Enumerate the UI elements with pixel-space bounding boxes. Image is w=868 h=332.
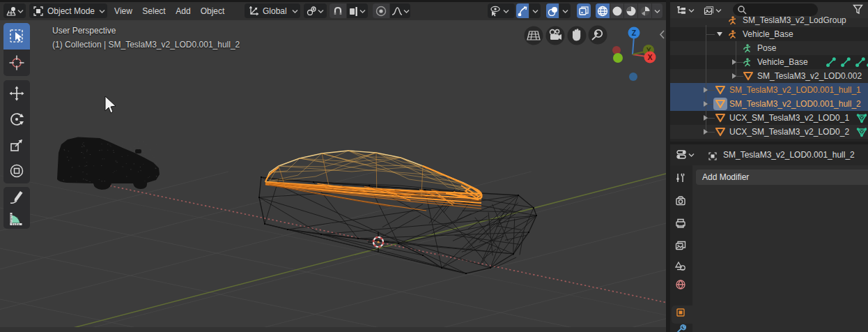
svg-text:X: X (647, 53, 652, 61)
svg-text:Z: Z (632, 29, 637, 37)
